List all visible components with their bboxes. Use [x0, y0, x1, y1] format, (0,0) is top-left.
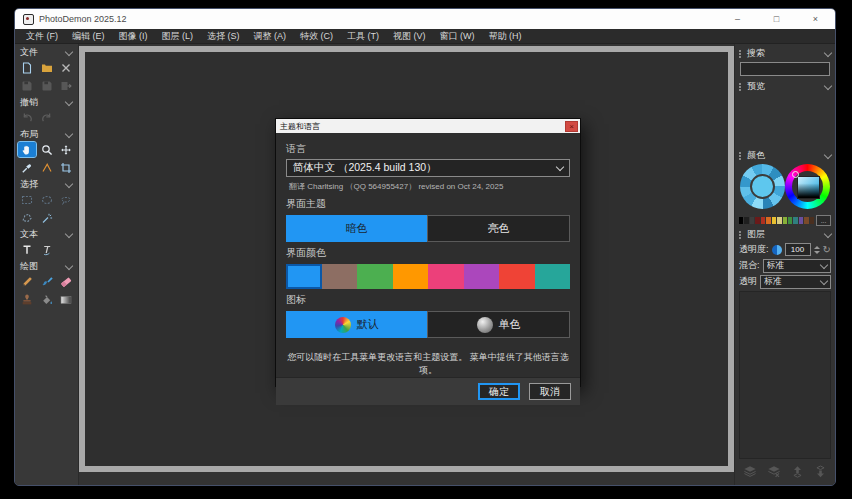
layers-list[interactable]	[739, 291, 831, 459]
layers-panel-header[interactable]: 图层	[739, 228, 831, 241]
palette-more-button[interactable]: ...	[816, 215, 831, 226]
accent-color-swatch[interactable]	[535, 264, 571, 289]
drag-grip-icon[interactable]	[739, 152, 743, 160]
crop-tool[interactable]	[57, 160, 76, 175]
toolbox-section-layout[interactable]: 布局	[15, 128, 78, 141]
measure-tool[interactable]	[37, 160, 56, 175]
alpha-mode-select[interactable]: 标准	[760, 275, 831, 289]
select-polygon-tool[interactable]	[18, 210, 37, 225]
paintbrush-tool[interactable]	[37, 274, 56, 289]
add-layer-button[interactable]	[743, 465, 757, 478]
palette-swatch[interactable]	[777, 217, 781, 224]
palette-swatch[interactable]	[793, 217, 797, 224]
maximize-button[interactable]: □	[757, 9, 796, 29]
new-image-button[interactable]	[18, 60, 37, 75]
search-panel-header[interactable]: 搜索	[739, 47, 831, 60]
theme-dark-option[interactable]: 暗色	[286, 215, 427, 242]
menu-item[interactable]: 窗口 (W)	[433, 29, 482, 43]
delete-layer-button[interactable]	[767, 465, 781, 478]
search-input[interactable]	[740, 62, 830, 76]
accent-color-swatch[interactable]	[464, 264, 500, 289]
opacity-stepper[interactable]	[814, 246, 820, 254]
clone-stamp-tool[interactable]	[18, 292, 37, 307]
accent-color-swatch[interactable]	[428, 264, 464, 289]
save-button[interactable]	[18, 78, 37, 93]
accent-color-swatch[interactable]	[393, 264, 429, 289]
select-lasso-tool[interactable]	[57, 192, 76, 207]
zoom-tool[interactable]	[37, 142, 56, 157]
palette-swatch[interactable]	[810, 217, 814, 224]
move-layer-down-button[interactable]	[814, 465, 827, 478]
undo-button[interactable]	[18, 110, 37, 125]
palette-swatch[interactable]	[761, 217, 765, 224]
reset-opacity-icon[interactable]: ↻	[823, 245, 831, 255]
menu-item[interactable]: 编辑 (E)	[65, 29, 112, 43]
menu-item[interactable]: 特效 (C)	[293, 29, 340, 43]
close-image-button[interactable]	[57, 60, 76, 75]
dialog-close-button[interactable]: ×	[565, 121, 578, 132]
magic-wand-tool[interactable]	[38, 210, 57, 225]
palette-swatch[interactable]	[783, 217, 787, 224]
hand-tool[interactable]	[18, 142, 37, 157]
accent-color-swatch[interactable]	[499, 264, 535, 289]
palette-swatch[interactable]	[788, 217, 792, 224]
palette-swatch[interactable]	[804, 217, 808, 224]
menu-item[interactable]: 帮助 (H)	[482, 29, 529, 43]
accent-color-swatch[interactable]	[286, 264, 322, 289]
accent-color-swatch[interactable]	[357, 264, 393, 289]
preview-panel-header[interactable]: 预览	[739, 80, 831, 93]
redo-button[interactable]	[38, 110, 57, 125]
language-select[interactable]: 简体中文 （2025.4 build 130）	[286, 159, 570, 177]
pencil-tool[interactable]	[18, 274, 37, 289]
icons-mono-option[interactable]: 单色	[427, 311, 570, 338]
color-picker-wheel[interactable]	[785, 164, 830, 209]
export-button[interactable]	[57, 78, 76, 93]
palette-swatch[interactable]	[755, 217, 759, 224]
drag-grip-icon[interactable]	[739, 83, 743, 91]
move-tool[interactable]	[57, 142, 76, 157]
drag-grip-icon[interactable]	[739, 231, 743, 239]
saturation-value-box[interactable]	[797, 176, 820, 199]
drag-grip-icon[interactable]	[739, 50, 743, 58]
color-panel-header[interactable]: 颜色	[739, 149, 831, 162]
eraser-tool[interactable]	[57, 274, 76, 289]
toolbox-section-select[interactable]: 选择	[15, 178, 78, 191]
blend-mode-select[interactable]: 标准	[763, 259, 831, 273]
menu-item[interactable]: 视图 (V)	[386, 29, 433, 43]
color-harmony-wheel[interactable]	[740, 164, 785, 209]
menu-item[interactable]: 图像 (I)	[112, 29, 155, 43]
palette-swatch[interactable]	[766, 217, 770, 224]
fill-tool[interactable]	[37, 292, 56, 307]
palette-swatch[interactable]	[744, 217, 748, 224]
cancel-button[interactable]: 取消	[529, 383, 571, 400]
palette-swatch[interactable]	[799, 217, 803, 224]
color-picker-tool[interactable]	[18, 160, 37, 175]
theme-light-option[interactable]: 亮色	[427, 215, 570, 242]
menu-item[interactable]: 工具 (T)	[340, 29, 386, 43]
accent-color-swatch[interactable]	[322, 264, 358, 289]
text-tool[interactable]	[18, 242, 37, 257]
menu-item[interactable]: 文件 (F)	[19, 29, 65, 43]
minimize-button[interactable]: –	[718, 9, 757, 29]
toolbox-section-paint[interactable]: 绘图	[15, 260, 78, 273]
toolbox-section-file[interactable]: 文件	[15, 46, 78, 59]
palette-swatch[interactable]	[750, 217, 754, 224]
toolbox-section-undo[interactable]: 撤销	[15, 96, 78, 109]
palette-swatch[interactable]	[739, 217, 743, 224]
menu-item[interactable]: 调整 (A)	[247, 29, 294, 43]
select-rectangle-tool[interactable]	[18, 192, 37, 207]
opacity-input[interactable]	[785, 243, 811, 256]
advanced-text-tool[interactable]	[38, 242, 57, 257]
ok-button[interactable]: 确定	[478, 383, 520, 400]
hue-selector-dot[interactable]	[792, 171, 799, 178]
select-ellipse-tool[interactable]	[37, 192, 56, 207]
move-layer-up-button[interactable]	[791, 465, 804, 478]
menu-item[interactable]: 选择 (S)	[200, 29, 247, 43]
open-image-button[interactable]	[37, 60, 56, 75]
gradient-tool[interactable]	[57, 292, 76, 307]
menu-item[interactable]: 图层 (L)	[155, 29, 201, 43]
palette-swatch[interactable]	[772, 217, 776, 224]
toolbox-section-text[interactable]: 文本	[15, 228, 78, 241]
icons-default-option[interactable]: 默认	[286, 311, 427, 338]
close-button[interactable]: ×	[796, 9, 835, 29]
